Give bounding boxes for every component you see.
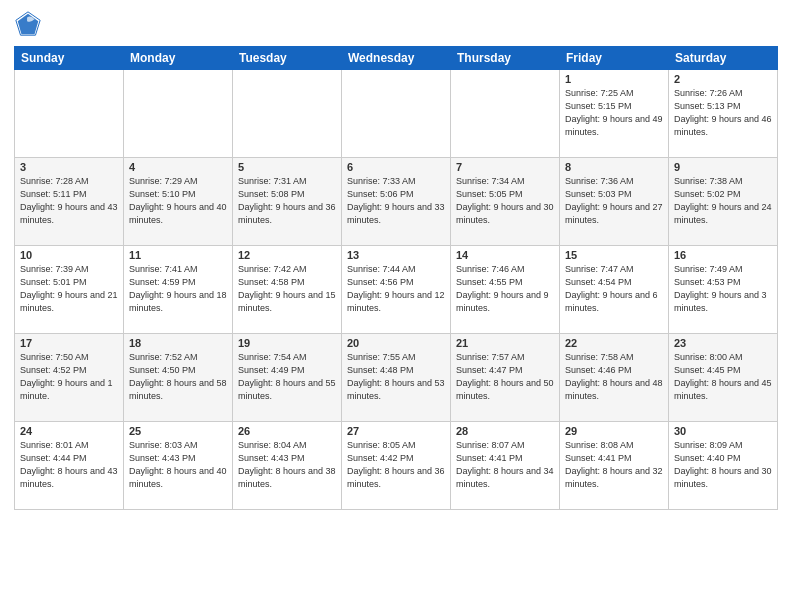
calendar-cell — [124, 70, 233, 158]
calendar-cell: 24Sunrise: 8:01 AM Sunset: 4:44 PM Dayli… — [15, 422, 124, 510]
calendar-cell: 22Sunrise: 7:58 AM Sunset: 4:46 PM Dayli… — [560, 334, 669, 422]
logo-icon — [14, 10, 42, 38]
calendar-cell: 1Sunrise: 7:25 AM Sunset: 5:15 PM Daylig… — [560, 70, 669, 158]
day-number: 18 — [129, 337, 227, 349]
calendar-weekday: Monday — [124, 47, 233, 70]
day-number: 19 — [238, 337, 336, 349]
calendar-cell: 5Sunrise: 7:31 AM Sunset: 5:08 PM Daylig… — [233, 158, 342, 246]
logo — [14, 10, 46, 38]
calendar-table: SundayMondayTuesdayWednesdayThursdayFrid… — [14, 46, 778, 510]
calendar-cell: 21Sunrise: 7:57 AM Sunset: 4:47 PM Dayli… — [451, 334, 560, 422]
calendar-weekday: Thursday — [451, 47, 560, 70]
day-number: 8 — [565, 161, 663, 173]
calendar-weekday: Friday — [560, 47, 669, 70]
day-info: Sunrise: 7:42 AM Sunset: 4:58 PM Dayligh… — [238, 263, 336, 315]
day-info: Sunrise: 7:26 AM Sunset: 5:13 PM Dayligh… — [674, 87, 772, 139]
day-number: 28 — [456, 425, 554, 437]
calendar-cell — [342, 70, 451, 158]
day-number: 16 — [674, 249, 772, 261]
calendar-cell: 9Sunrise: 7:38 AM Sunset: 5:02 PM Daylig… — [669, 158, 778, 246]
calendar-week-row: 1Sunrise: 7:25 AM Sunset: 5:15 PM Daylig… — [15, 70, 778, 158]
day-info: Sunrise: 7:57 AM Sunset: 4:47 PM Dayligh… — [456, 351, 554, 403]
day-info: Sunrise: 8:04 AM Sunset: 4:43 PM Dayligh… — [238, 439, 336, 491]
calendar-cell: 18Sunrise: 7:52 AM Sunset: 4:50 PM Dayli… — [124, 334, 233, 422]
day-number: 22 — [565, 337, 663, 349]
day-number: 23 — [674, 337, 772, 349]
day-number: 5 — [238, 161, 336, 173]
day-info: Sunrise: 8:00 AM Sunset: 4:45 PM Dayligh… — [674, 351, 772, 403]
calendar-cell: 29Sunrise: 8:08 AM Sunset: 4:41 PM Dayli… — [560, 422, 669, 510]
header — [14, 10, 778, 38]
calendar-cell: 14Sunrise: 7:46 AM Sunset: 4:55 PM Dayli… — [451, 246, 560, 334]
calendar-week-row: 3Sunrise: 7:28 AM Sunset: 5:11 PM Daylig… — [15, 158, 778, 246]
day-number: 26 — [238, 425, 336, 437]
day-number: 29 — [565, 425, 663, 437]
day-info: Sunrise: 7:49 AM Sunset: 4:53 PM Dayligh… — [674, 263, 772, 315]
day-number: 14 — [456, 249, 554, 261]
calendar-weekday: Tuesday — [233, 47, 342, 70]
day-info: Sunrise: 7:33 AM Sunset: 5:06 PM Dayligh… — [347, 175, 445, 227]
calendar-cell: 8Sunrise: 7:36 AM Sunset: 5:03 PM Daylig… — [560, 158, 669, 246]
day-info: Sunrise: 7:44 AM Sunset: 4:56 PM Dayligh… — [347, 263, 445, 315]
day-info: Sunrise: 7:46 AM Sunset: 4:55 PM Dayligh… — [456, 263, 554, 315]
day-info: Sunrise: 7:52 AM Sunset: 4:50 PM Dayligh… — [129, 351, 227, 403]
calendar-cell: 26Sunrise: 8:04 AM Sunset: 4:43 PM Dayli… — [233, 422, 342, 510]
day-info: Sunrise: 7:31 AM Sunset: 5:08 PM Dayligh… — [238, 175, 336, 227]
day-info: Sunrise: 8:08 AM Sunset: 4:41 PM Dayligh… — [565, 439, 663, 491]
calendar-cell: 17Sunrise: 7:50 AM Sunset: 4:52 PM Dayli… — [15, 334, 124, 422]
calendar-cell — [451, 70, 560, 158]
day-info: Sunrise: 7:36 AM Sunset: 5:03 PM Dayligh… — [565, 175, 663, 227]
day-info: Sunrise: 7:50 AM Sunset: 4:52 PM Dayligh… — [20, 351, 118, 403]
day-number: 17 — [20, 337, 118, 349]
day-number: 4 — [129, 161, 227, 173]
day-number: 20 — [347, 337, 445, 349]
calendar-cell — [233, 70, 342, 158]
day-number: 9 — [674, 161, 772, 173]
day-number: 2 — [674, 73, 772, 85]
day-number: 11 — [129, 249, 227, 261]
calendar-cell: 10Sunrise: 7:39 AM Sunset: 5:01 PM Dayli… — [15, 246, 124, 334]
day-number: 3 — [20, 161, 118, 173]
day-info: Sunrise: 8:09 AM Sunset: 4:40 PM Dayligh… — [674, 439, 772, 491]
day-number: 10 — [20, 249, 118, 261]
calendar-cell: 13Sunrise: 7:44 AM Sunset: 4:56 PM Dayli… — [342, 246, 451, 334]
day-number: 27 — [347, 425, 445, 437]
calendar-weekday: Sunday — [15, 47, 124, 70]
calendar-cell: 11Sunrise: 7:41 AM Sunset: 4:59 PM Dayli… — [124, 246, 233, 334]
calendar-cell — [15, 70, 124, 158]
day-info: Sunrise: 7:34 AM Sunset: 5:05 PM Dayligh… — [456, 175, 554, 227]
day-number: 1 — [565, 73, 663, 85]
day-info: Sunrise: 7:41 AM Sunset: 4:59 PM Dayligh… — [129, 263, 227, 315]
day-number: 15 — [565, 249, 663, 261]
day-number: 21 — [456, 337, 554, 349]
day-info: Sunrise: 7:54 AM Sunset: 4:49 PM Dayligh… — [238, 351, 336, 403]
day-number: 6 — [347, 161, 445, 173]
day-info: Sunrise: 7:25 AM Sunset: 5:15 PM Dayligh… — [565, 87, 663, 139]
page: SundayMondayTuesdayWednesdayThursdayFrid… — [0, 0, 792, 612]
calendar-week-row: 24Sunrise: 8:01 AM Sunset: 4:44 PM Dayli… — [15, 422, 778, 510]
calendar-cell: 15Sunrise: 7:47 AM Sunset: 4:54 PM Dayli… — [560, 246, 669, 334]
day-info: Sunrise: 7:58 AM Sunset: 4:46 PM Dayligh… — [565, 351, 663, 403]
day-info: Sunrise: 8:05 AM Sunset: 4:42 PM Dayligh… — [347, 439, 445, 491]
day-info: Sunrise: 7:38 AM Sunset: 5:02 PM Dayligh… — [674, 175, 772, 227]
calendar-cell: 6Sunrise: 7:33 AM Sunset: 5:06 PM Daylig… — [342, 158, 451, 246]
day-number: 24 — [20, 425, 118, 437]
calendar-header-row: SundayMondayTuesdayWednesdayThursdayFrid… — [15, 47, 778, 70]
day-info: Sunrise: 8:07 AM Sunset: 4:41 PM Dayligh… — [456, 439, 554, 491]
day-number: 12 — [238, 249, 336, 261]
calendar-cell: 23Sunrise: 8:00 AM Sunset: 4:45 PM Dayli… — [669, 334, 778, 422]
calendar-cell: 19Sunrise: 7:54 AM Sunset: 4:49 PM Dayli… — [233, 334, 342, 422]
calendar-cell: 3Sunrise: 7:28 AM Sunset: 5:11 PM Daylig… — [15, 158, 124, 246]
day-info: Sunrise: 7:28 AM Sunset: 5:11 PM Dayligh… — [20, 175, 118, 227]
calendar-cell: 30Sunrise: 8:09 AM Sunset: 4:40 PM Dayli… — [669, 422, 778, 510]
calendar-cell: 28Sunrise: 8:07 AM Sunset: 4:41 PM Dayli… — [451, 422, 560, 510]
day-number: 25 — [129, 425, 227, 437]
day-number: 7 — [456, 161, 554, 173]
day-number: 13 — [347, 249, 445, 261]
day-info: Sunrise: 8:03 AM Sunset: 4:43 PM Dayligh… — [129, 439, 227, 491]
calendar-cell: 4Sunrise: 7:29 AM Sunset: 5:10 PM Daylig… — [124, 158, 233, 246]
day-info: Sunrise: 7:47 AM Sunset: 4:54 PM Dayligh… — [565, 263, 663, 315]
day-info: Sunrise: 7:29 AM Sunset: 5:10 PM Dayligh… — [129, 175, 227, 227]
calendar-weekday: Wednesday — [342, 47, 451, 70]
calendar-cell: 25Sunrise: 8:03 AM Sunset: 4:43 PM Dayli… — [124, 422, 233, 510]
